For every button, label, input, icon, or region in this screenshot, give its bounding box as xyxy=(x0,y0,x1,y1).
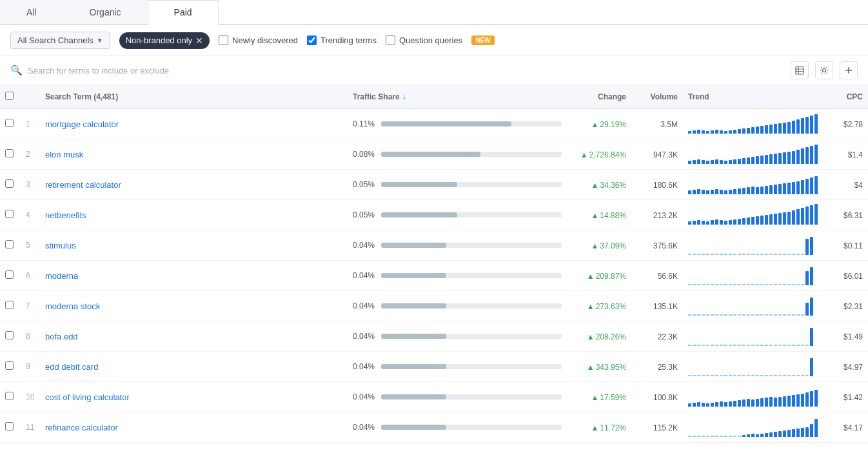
question-queries-checkbox[interactable] xyxy=(386,35,395,45)
row-checkbox[interactable] xyxy=(5,149,14,157)
term-link[interactable]: retirement calculator xyxy=(45,180,121,190)
remove-nonbranded-icon[interactable]: ✕ xyxy=(195,35,203,46)
volume-value: 3.5M xyxy=(660,120,678,129)
svg-point-4 xyxy=(823,69,826,72)
term-link[interactable]: elon musk xyxy=(45,150,83,159)
tab-all[interactable]: All xyxy=(0,0,63,24)
row-checkbox[interactable] xyxy=(5,240,14,248)
row-change: ▲11.72% xyxy=(567,412,631,443)
row-num: 7 xyxy=(21,291,40,321)
newly-discovered-filter[interactable]: Newly discovered xyxy=(219,35,298,45)
row-traffic: 0.04% xyxy=(348,412,567,443)
row-trend xyxy=(683,382,823,412)
cpc-value: $0.11 xyxy=(843,241,863,250)
term-link[interactable]: edd debit card xyxy=(45,362,98,372)
traffic-pct: 0.04% xyxy=(353,271,377,280)
arrow-up-icon: ▲ xyxy=(591,393,598,402)
row-checkbox[interactable] xyxy=(5,270,14,279)
row-change: ▲2,726.84% xyxy=(567,139,631,170)
volume-value: 115.2K xyxy=(653,423,678,432)
row-cpc: $6.01 xyxy=(823,261,868,291)
term-link[interactable]: netbenefits xyxy=(45,210,86,220)
cpc-value: $1.49 xyxy=(843,332,863,341)
table-row: 9 edd debit card 0.04% ▲343.95% 25.3K $4… xyxy=(0,352,868,382)
channel-filter-btn[interactable]: All Search Channels ▼ xyxy=(10,32,110,49)
row-checkbox[interactable] xyxy=(5,392,14,400)
search-icon: 🔍 xyxy=(10,65,23,76)
table-row: 5 stimulus 0.04% ▲37.09% 375.6K $0.11 xyxy=(0,230,868,261)
row-traffic: 0.05% xyxy=(348,170,567,200)
row-checkbox[interactable] xyxy=(5,119,14,127)
row-change: ▲208.26% xyxy=(567,321,631,352)
row-trend xyxy=(683,170,823,200)
change-value: ▲17.59% xyxy=(591,393,626,402)
question-queries-filter[interactable]: Question queries xyxy=(386,35,462,45)
trending-terms-filter[interactable]: Trending terms xyxy=(307,35,377,45)
newly-discovered-checkbox[interactable] xyxy=(219,35,228,45)
traffic-bar-fill xyxy=(381,334,446,339)
row-term: mortgage calculator xyxy=(40,109,348,139)
row-trend xyxy=(683,139,823,170)
table-row: 8 bofa edd 0.04% ▲208.26% 22.3K $1.49 xyxy=(0,321,868,352)
row-volume: 22.3K xyxy=(631,321,683,352)
question-queries-label: Question queries xyxy=(399,35,462,45)
traffic-pct: 0.11% xyxy=(353,119,377,128)
row-num: 12 xyxy=(21,443,40,447)
settings-icon[interactable] xyxy=(815,61,833,79)
tab-paid[interactable]: Paid xyxy=(148,0,219,25)
row-traffic: 0.03% xyxy=(348,443,567,447)
table-row: 12 second stimulus check 0.03% ▲81.3% 10… xyxy=(0,443,868,447)
row-checkbox[interactable] xyxy=(5,361,14,370)
term-link[interactable]: bofa edd xyxy=(45,332,78,341)
row-checkbox[interactable] xyxy=(5,331,14,339)
row-check xyxy=(0,170,21,200)
row-checkbox[interactable] xyxy=(5,301,14,309)
row-num: 1 xyxy=(21,109,40,139)
cpc-value: $4.97 xyxy=(843,363,863,372)
term-link[interactable]: cost of living calculator xyxy=(45,392,130,402)
header-cpc[interactable]: CPC xyxy=(823,85,868,109)
trending-terms-checkbox[interactable] xyxy=(307,35,317,45)
row-cpc: $2.31 xyxy=(823,291,868,321)
traffic-bar-fill xyxy=(381,152,480,157)
row-change: ▲81.3% xyxy=(567,443,631,447)
select-all-checkbox[interactable] xyxy=(5,92,14,100)
table-row: 4 netbenefits 0.05% ▲14.88% 213.2K $6.31 xyxy=(0,200,868,230)
row-check xyxy=(0,200,21,230)
header-volume[interactable]: Volume xyxy=(631,85,683,109)
row-checkbox[interactable] xyxy=(5,179,14,188)
traffic-pct: 0.04% xyxy=(353,332,377,341)
row-checkbox[interactable] xyxy=(5,422,14,430)
term-link[interactable]: stimulus xyxy=(45,241,76,250)
arrow-up-icon: ▲ xyxy=(591,241,598,250)
row-volume: 115.2K xyxy=(631,412,683,443)
header-traffic[interactable]: Traffic Share ↓ xyxy=(348,85,567,109)
search-input[interactable] xyxy=(28,66,785,76)
tab-organic[interactable]: Organic xyxy=(63,0,148,24)
data-table-wrap: Search Term (4,481) Traffic Share ↓ Chan… xyxy=(0,85,868,447)
row-volume: 100.8K xyxy=(631,382,683,412)
term-link[interactable]: moderna stock xyxy=(45,301,100,311)
search-bar: 🔍 xyxy=(0,56,868,85)
arrow-up-icon: ▲ xyxy=(591,181,598,190)
add-icon[interactable] xyxy=(840,61,858,79)
row-volume: 3.5M xyxy=(631,109,683,139)
change-value: ▲14.88% xyxy=(591,211,626,220)
header-check xyxy=(0,85,21,109)
row-cpc: $6.31 xyxy=(823,200,868,230)
term-link[interactable]: mortgage calculator xyxy=(45,119,119,129)
traffic-bar-fill xyxy=(381,394,446,399)
term-link[interactable]: moderna xyxy=(45,271,78,281)
header-trend[interactable]: Trend xyxy=(683,85,823,109)
filter-bar: All Search Channels ▼ Non-branded only ✕… xyxy=(0,25,868,56)
row-change: ▲17.59% xyxy=(567,382,631,412)
row-trend xyxy=(683,200,823,230)
export-excel-icon[interactable] xyxy=(791,61,809,79)
term-link[interactable]: refinance calculator xyxy=(45,423,118,432)
traffic-pct: 0.08% xyxy=(353,150,377,159)
header-change[interactable]: Change xyxy=(567,85,631,109)
row-checkbox[interactable] xyxy=(5,210,14,218)
header-term[interactable]: Search Term (4,481) xyxy=(40,85,348,109)
cpc-value: $1.42 xyxy=(843,393,863,402)
volume-value: 135.1K xyxy=(653,302,678,311)
